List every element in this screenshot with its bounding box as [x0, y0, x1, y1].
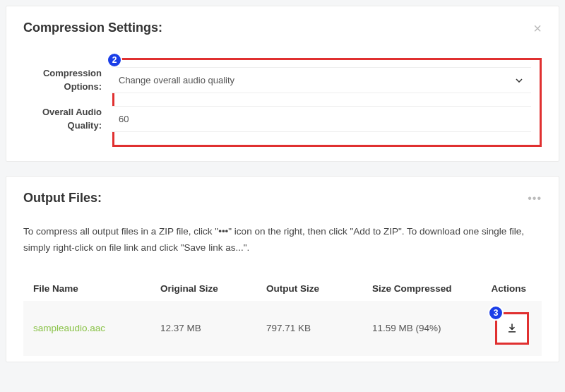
col-file-name: File Name	[33, 283, 160, 294]
compression-settings-card: Compression Settings: × 2 Compression Op…	[6, 6, 559, 162]
more-icon[interactable]: •••	[528, 192, 542, 205]
quality-label: Overall Audio Quality:	[24, 106, 112, 131]
output-files-card: Output Files: ••• To compress all output…	[6, 176, 559, 362]
quality-row: Overall Audio Quality:	[114, 106, 540, 132]
compression-header: Compression Settings: ×	[23, 20, 542, 35]
output-title: Output Files:	[23, 191, 102, 206]
cell-size-compressed: 11.59 MB (94%)	[372, 323, 471, 333]
compression-title: Compression Settings:	[23, 20, 162, 35]
output-help-text: To compress all output files in a ZIP fi…	[23, 224, 542, 256]
settings-highlight: 2 Compression Options: Change overall au…	[112, 58, 542, 147]
close-icon[interactable]: ×	[533, 21, 542, 35]
quality-input[interactable]	[112, 106, 531, 132]
cell-actions: 3	[471, 312, 532, 345]
step-badge-3: 3	[488, 305, 504, 321]
output-header: Output Files: •••	[23, 191, 542, 206]
col-actions: Actions	[471, 283, 532, 294]
options-select-value: Change overall audio quality	[112, 68, 531, 93]
svg-rect-0	[509, 331, 516, 333]
step-badge-2: 2	[107, 52, 122, 68]
col-original-size: Original Size	[160, 283, 266, 294]
cell-original-size: 12.37 MB	[160, 323, 266, 333]
chevron-down-icon	[516, 78, 523, 83]
compression-options-select[interactable]: Change overall audio quality	[112, 67, 531, 93]
options-row: Compression Options: Change overall audi…	[114, 67, 540, 93]
output-table-header: File Name Original Size Output Size Size…	[23, 276, 542, 301]
download-button[interactable]: 3	[495, 312, 529, 345]
options-label: Compression Options:	[24, 67, 112, 93]
col-output-size: Output Size	[266, 283, 372, 294]
download-icon	[507, 323, 517, 333]
col-size-compressed: Size Compressed	[372, 283, 471, 294]
table-row: sampleaudio.aac 12.37 MB 797.71 KB 11.59…	[23, 301, 542, 356]
cell-output-size: 797.71 KB	[266, 323, 372, 333]
file-link[interactable]: sampleaudio.aac	[33, 323, 160, 333]
